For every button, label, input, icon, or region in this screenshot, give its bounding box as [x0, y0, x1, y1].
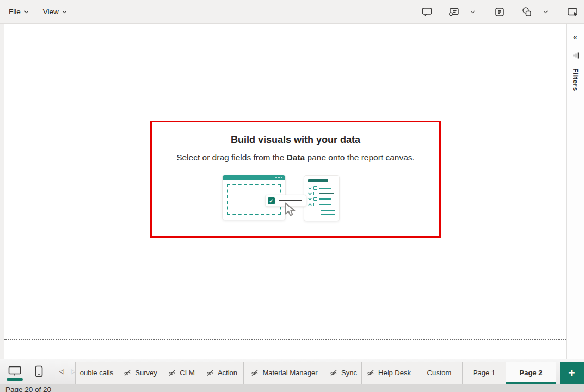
page-indicator: Page 20 of 20	[5, 385, 51, 392]
page-tab-material-manager[interactable]: Material Manager	[244, 362, 325, 384]
field-row	[308, 185, 335, 191]
window-titlebar-graphic	[223, 175, 285, 180]
subtitle-prefix: Select or drag fields from the	[176, 153, 286, 162]
filters-pane-label: Filters	[571, 68, 580, 91]
field-list-header-bar	[308, 179, 328, 182]
slideshow-icon[interactable]	[446, 4, 462, 20]
page-tab-page-2-active[interactable]: Page 2	[506, 362, 556, 384]
screen-cursor-icon[interactable]	[564, 4, 581, 20]
hidden-page-icon	[330, 369, 337, 376]
hidden-page-icon	[251, 369, 259, 376]
view-menu[interactable]: View	[38, 4, 72, 20]
window-dots-graphic	[275, 177, 282, 178]
hidden-page-icon	[367, 369, 374, 376]
desktop-view-icon[interactable]	[5, 360, 24, 382]
app-window: File View	[0, 0, 584, 392]
status-bar: Page 20 of 20	[0, 384, 584, 392]
page-tab-help-desk[interactable]: Help Desk	[362, 362, 416, 384]
previous-page-button[interactable]: ◁	[56, 368, 67, 375]
placeholder-subtitle: Select or drag fields from the Data pane…	[152, 153, 439, 163]
chevron-down-icon	[62, 10, 67, 14]
subtitle-bold-data: Data	[287, 153, 305, 162]
page-tab-sync[interactable]: Sync	[325, 362, 362, 384]
field-end-line	[321, 214, 335, 215]
hidden-page-icon	[124, 369, 131, 376]
checkbox-checked-icon: ✓	[268, 197, 275, 204]
page-tab-survey[interactable]: Survey	[118, 362, 163, 384]
page-navigation-bar: ◁ ▷ ouble calls Survey	[0, 359, 584, 384]
notes-icon[interactable]	[491, 4, 508, 20]
page-tabs: ouble calls Survey	[75, 362, 556, 384]
mouse-cursor-icon	[284, 202, 298, 219]
view-menu-label: View	[43, 8, 59, 16]
file-menu[interactable]: File	[3, 4, 34, 20]
chevron-down-icon[interactable]	[464, 4, 481, 20]
field-row	[308, 202, 335, 207]
report-canvas[interactable]: Build visuals with your data Select or d…	[4, 24, 566, 359]
build-visuals-placeholder: Build visuals with your data Select or d…	[150, 121, 441, 238]
placeholder-title: Build visuals with your data	[152, 134, 439, 146]
expand-pane-button[interactable]: «	[571, 30, 580, 43]
file-menu-label: File	[9, 8, 21, 16]
field-row	[308, 191, 335, 196]
canvas-left-margin	[0, 24, 4, 359]
page-tab-action[interactable]: Action	[200, 362, 244, 384]
add-page-button[interactable]: +	[560, 362, 584, 384]
view-switcher: ◁ ▷	[0, 359, 79, 384]
field-list-graphic	[304, 176, 339, 221]
page-tab-custom[interactable]: Custom	[416, 362, 463, 384]
comment-icon[interactable]	[419, 4, 435, 20]
hidden-page-icon	[206, 369, 214, 376]
toolbar-icons	[419, 4, 584, 20]
shapes-icon[interactable]	[519, 4, 535, 20]
chevron-down-icon	[24, 10, 29, 14]
filter-funnel-icon	[570, 52, 580, 59]
page-boundary-dotted-line	[4, 339, 566, 340]
active-view-underline	[7, 378, 23, 381]
subtitle-suffix: pane onto the report canvas.	[305, 153, 415, 162]
filters-pane-collapsed: « Filters	[566, 24, 584, 359]
page-tab-page-1[interactable]: Page 1	[463, 362, 506, 384]
hidden-page-icon	[168, 369, 176, 376]
page-tab-double-calls[interactable]: ouble calls	[75, 362, 118, 384]
chevron-down-icon[interactable]	[537, 4, 554, 20]
field-end-line	[321, 210, 335, 211]
field-row	[308, 196, 335, 202]
report-workspace: Build visuals with your data Select or d…	[0, 24, 584, 359]
mobile-view-icon[interactable]	[29, 360, 48, 382]
drag-fields-illustration: ✓	[223, 174, 339, 223]
page-tab-clm[interactable]: CLM	[163, 362, 200, 384]
top-menu-bar: File View	[0, 0, 584, 24]
